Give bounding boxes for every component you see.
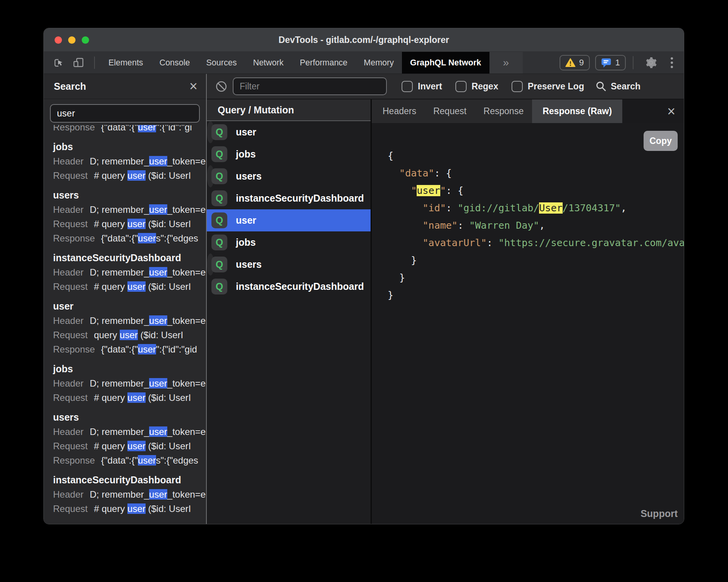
query-type-icon: Q xyxy=(211,279,227,294)
result-row-header[interactable]: HeaderD; remember_user_token=e xyxy=(53,487,206,502)
close-detail-panel-button[interactable]: × xyxy=(659,99,684,123)
search-result-entry[interactable]: Response{"data":{"user":{"id":"gi xyxy=(53,125,206,134)
device-toolbar-button[interactable] xyxy=(69,52,89,74)
value-text: D; remember_ xyxy=(90,378,149,389)
code-token: " xyxy=(440,185,446,196)
code-token: " xyxy=(411,185,417,196)
query-type-icon: Q xyxy=(211,235,227,250)
tab-graphql-network[interactable]: GraphQL Network xyxy=(402,52,489,74)
value-text: ":{"id":"gid xyxy=(156,344,197,354)
more-options-menu-button[interactable] xyxy=(667,57,677,68)
query-list-item-jobs[interactable]: Qjobs xyxy=(207,143,371,165)
match-highlight: user xyxy=(127,441,146,451)
code-token: /13704317" xyxy=(563,202,621,214)
result-row-request[interactable]: Request# query user ($id: UserI xyxy=(53,390,206,405)
inspect-element-button[interactable] xyxy=(49,52,69,74)
code-token xyxy=(388,202,422,214)
tab-memory[interactable]: Memory xyxy=(355,52,402,74)
result-row-header[interactable]: HeaderD; remember_user_token=e xyxy=(53,313,206,328)
result-row-header[interactable]: HeaderD; remember_user_token=e xyxy=(53,425,206,439)
settings-button[interactable] xyxy=(640,56,661,69)
match-highlight: user xyxy=(149,426,167,437)
search-result-entry[interactable]: jobsHeaderD; remember_user_token=eReques… xyxy=(53,362,206,405)
code-token: } xyxy=(388,255,417,266)
checkbox-preserve-log[interactable]: Preserve Log xyxy=(512,81,584,92)
result-row-header[interactable]: HeaderD; remember_user_token=e xyxy=(53,265,206,279)
json-response-code: { "data": { "user": { "id": "gid://gitla… xyxy=(372,123,684,304)
filter-input[interactable] xyxy=(233,77,387,95)
code-token: } xyxy=(388,272,405,283)
zoom-window-button[interactable] xyxy=(82,36,89,44)
search-result-entry[interactable]: instanceSecurityDashboardHeaderD; rememb… xyxy=(53,473,206,516)
close-search-panel-button[interactable]: × xyxy=(189,79,197,93)
query-mutation-list: QuserQjobsQusersQinstanceSecurityDashboa… xyxy=(207,121,371,524)
search-result-entry[interactable]: instanceSecurityDashboardHeaderD; rememb… xyxy=(53,251,206,294)
result-row-response[interactable]: Response{"data":{"user":{"id":"gid xyxy=(53,342,206,356)
issues-badge[interactable]: 1 xyxy=(595,55,626,70)
detail-tab-headers[interactable]: Headers xyxy=(374,99,425,123)
query-list-item-users[interactable]: Qusers xyxy=(207,165,214,187)
result-row-label: Header xyxy=(53,489,84,500)
kebab-dot xyxy=(671,57,673,60)
code-token: : { xyxy=(434,168,452,179)
result-row-header[interactable]: HeaderD; remember_user_token=e xyxy=(53,202,206,217)
tab-performance[interactable]: Performance xyxy=(292,52,355,74)
result-title: user xyxy=(53,299,206,313)
search-results-list: Response{"data":{"user":{"id":"gijobsHea… xyxy=(44,125,206,524)
result-row-header[interactable]: HeaderD; remember_user_token=e xyxy=(53,376,206,390)
result-row-header[interactable]: HeaderD; remember_user_token=e xyxy=(53,154,206,168)
tab-network[interactable]: Network xyxy=(245,52,292,74)
code-line: } xyxy=(388,286,684,304)
result-row-request[interactable]: Requestquery user ($id: UserI xyxy=(53,328,206,342)
checkbox-invert[interactable]: Invert xyxy=(402,81,442,92)
detail-tab-response-raw[interactable]: Response (Raw) xyxy=(532,99,622,123)
network-area: InvertRegexPreserve Log Search Query / M… xyxy=(207,74,684,524)
tab-sources[interactable]: Sources xyxy=(198,52,245,74)
value-text: D; remember_ xyxy=(90,267,149,277)
minimize-window-button[interactable] xyxy=(68,36,76,44)
query-list-item-instancesecuritydashboard[interactable]: QinstanceSecurityDashboard xyxy=(207,276,371,298)
result-row-request[interactable]: Request# query user ($id: UserI xyxy=(53,168,206,183)
result-row-response[interactable]: Response{"data":{"users":{"edges xyxy=(53,231,206,245)
result-row-request[interactable]: Request# query user ($id: UserI xyxy=(53,439,206,453)
result-row-request[interactable]: Request# query user ($id: UserI xyxy=(53,502,206,516)
copy-button[interactable]: Copy xyxy=(644,131,678,151)
code-token: : { xyxy=(446,185,464,196)
query-list-item-user[interactable]: Quser xyxy=(207,121,214,143)
support-link[interactable]: Support xyxy=(640,508,678,519)
close-window-button[interactable] xyxy=(55,36,62,44)
more-tabs-button[interactable]: » xyxy=(489,52,523,74)
filter-bar: InvertRegexPreserve Log Search xyxy=(207,74,684,99)
result-row-value: {"data":{"user":{"id":"gid xyxy=(101,344,197,354)
query-list-item-user[interactable]: Quser xyxy=(207,209,371,231)
tab-console[interactable]: Console xyxy=(151,52,198,74)
checkbox-regex[interactable]: Regex xyxy=(455,81,498,92)
search-input[interactable] xyxy=(50,104,200,123)
search-toggle-button[interactable]: Search xyxy=(595,80,640,92)
result-row-label: Request xyxy=(53,503,88,514)
match-highlight: user xyxy=(127,281,146,292)
query-type-icon: Q xyxy=(211,168,227,184)
query-list-item-jobs[interactable]: Qjobs xyxy=(207,231,371,253)
search-result-entry[interactable]: usersHeaderD; remember_user_token=eReque… xyxy=(53,188,206,245)
search-result-entry[interactable]: userHeaderD; remember_user_token=eReques… xyxy=(53,299,206,356)
result-row-response[interactable]: Response{"data":{"users":{"edges xyxy=(53,453,206,467)
result-row-request[interactable]: Request# query user ($id: UserI xyxy=(53,279,206,294)
titlebar[interactable]: DevTools - gitlab.com/-/graphql-explorer xyxy=(44,28,684,52)
clear-requests-button[interactable] xyxy=(215,80,227,92)
result-title: jobs xyxy=(53,362,206,376)
warnings-badge[interactable]: 9 xyxy=(560,55,590,70)
search-result-entry[interactable]: usersHeaderD; remember_user_token=eReque… xyxy=(53,410,206,467)
code-token: "Warren Day" xyxy=(469,220,539,231)
query-list-item-instancesecuritydashboard[interactable]: QinstanceSecurityDashboard xyxy=(207,187,371,209)
tab-elements[interactable]: Elements xyxy=(100,52,151,74)
result-row-value: {"data":{"user":{"id":"gi xyxy=(101,125,192,132)
search-result-entry[interactable]: jobsHeaderD; remember_user_token=eReques… xyxy=(53,140,206,183)
detail-tab-request[interactable]: Request xyxy=(425,99,475,123)
detail-tab-response[interactable]: Response xyxy=(475,99,532,123)
result-row-value: query user ($id: UserI xyxy=(94,330,183,340)
result-row-request[interactable]: Request# query user ($id: UserI xyxy=(53,217,206,231)
result-row-response[interactable]: Response{"data":{"user":{"id":"gi xyxy=(53,125,206,134)
query-list-item-users[interactable]: Qusers xyxy=(207,253,214,276)
value-text: ($id: UserI xyxy=(146,392,191,403)
